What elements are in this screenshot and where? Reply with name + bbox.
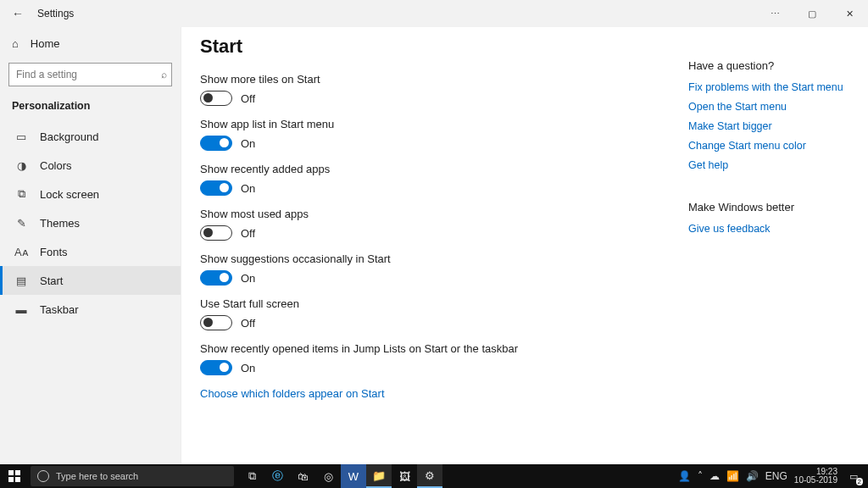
toggle-state: On — [241, 362, 255, 374]
home-icon: ⌂ — [12, 37, 19, 50]
help-link[interactable]: Get help — [688, 158, 849, 173]
action-center-button[interactable]: ▭ 2 — [844, 467, 863, 485]
clock-date: 10-05-2019 — [794, 476, 837, 485]
sidebar: ⌂ Home ⌕ Personalization ▭ Background ◑ … — [0, 27, 181, 464]
cortana-icon — [37, 470, 49, 482]
back-button[interactable]: ← — [10, 7, 25, 20]
setting-label: Show recently opened items in Jump Lists… — [200, 342, 675, 355]
brush-icon: ✎ — [14, 217, 28, 230]
clock[interactable]: 19:23 10-05-2019 — [794, 468, 837, 485]
sidebar-item-label: Start — [40, 274, 63, 287]
toggle-switch[interactable] — [200, 360, 232, 375]
sidebar-item-label: Background — [40, 130, 98, 143]
setting-label: Show recently added apps — [200, 163, 675, 175]
close-button[interactable]: ✕ — [831, 0, 868, 27]
svg-rect-1 — [15, 470, 20, 475]
font-icon: Aᴀ — [14, 246, 28, 258]
feedback-link[interactable]: Give us feedback — [688, 222, 849, 236]
setting-label: Show more tiles on Start — [200, 73, 675, 86]
toggle-switch[interactable] — [200, 270, 232, 286]
taskbar-app-chrome[interactable]: ◎ — [315, 464, 341, 488]
help-link[interactable]: Change Start menu color — [688, 139, 849, 153]
toggle-state: Off — [241, 92, 255, 105]
toggle-state: On — [241, 137, 255, 150]
palette-icon: ◑ — [14, 159, 28, 172]
right-column: Have a question? Fix problems with the S… — [688, 36, 849, 464]
help-link[interactable]: Fix problems with the Start menu — [688, 80, 849, 95]
window-title: Settings — [37, 8, 74, 19]
sidebar-item-label: Themes — [40, 217, 80, 230]
taskbar-app-settings[interactable]: ⚙ — [417, 464, 442, 488]
start-icon: ▤ — [14, 274, 28, 287]
more-button[interactable]: ⋯ — [756, 0, 793, 27]
sidebar-item-fonts[interactable]: Aᴀ Fonts — [0, 237, 181, 266]
sidebar-item-lockscreen[interactable]: ⧉ Lock screen — [0, 180, 181, 208]
language-indicator[interactable]: ENG — [765, 470, 787, 482]
choose-folders-link[interactable]: Choose which folders appear on Start — [200, 387, 675, 400]
toggle-switch[interactable] — [200, 315, 232, 330]
volume-icon[interactable]: 🔊 — [746, 470, 759, 482]
sidebar-item-start[interactable]: ▤ Start — [0, 266, 181, 295]
toggle-switch[interactable] — [200, 180, 232, 196]
lock-icon: ⧉ — [14, 187, 28, 201]
start-button[interactable] — [0, 464, 29, 488]
sidebar-item-label: Taskbar — [40, 303, 79, 316]
setting-label: Show app list in Start menu — [200, 118, 675, 130]
taskbar: Type here to search ⧉ ⓔ 🛍 ◎ W 📁 🖼 ⚙ 👤 ˄ … — [0, 464, 868, 488]
sidebar-item-colors[interactable]: ◑ Colors — [0, 151, 181, 180]
windows-icon — [8, 470, 20, 482]
sidebar-item-label: Colors — [40, 159, 72, 172]
taskbar-search[interactable]: Type here to search — [31, 466, 234, 486]
maximize-button[interactable]: ▢ — [793, 0, 831, 27]
onedrive-icon[interactable]: ☁ — [709, 470, 720, 482]
taskbar-app-word[interactable]: W — [341, 464, 366, 488]
taskbar-app-paint[interactable]: 🖼 — [392, 464, 417, 488]
sidebar-item-label: Fonts — [40, 246, 68, 258]
taskbar-search-placeholder: Type here to search — [56, 471, 138, 481]
setting-label: Use Start full screen — [200, 297, 675, 310]
toggle-state: On — [241, 272, 255, 285]
home-button[interactable]: ⌂ Home — [0, 29, 181, 58]
image-icon: ▭ — [14, 130, 28, 143]
network-icon[interactable]: 📶 — [726, 470, 739, 482]
toggle-switch[interactable] — [200, 136, 232, 151]
section-title: Personalization — [0, 95, 181, 122]
home-label: Home — [31, 37, 60, 50]
taskbar-app-explorer[interactable]: 📁 — [366, 464, 392, 488]
content: Start Show more tiles on StartOffShow ap… — [200, 36, 675, 464]
help-link[interactable]: Make Start bigger — [688, 119, 849, 134]
task-view-button[interactable]: ⧉ — [239, 464, 264, 488]
setting-label: Show most used apps — [200, 208, 675, 220]
sidebar-item-label: Lock screen — [40, 188, 99, 201]
people-icon[interactable]: 👤 — [678, 470, 691, 482]
sidebar-item-taskbar[interactable]: ▬ Taskbar — [0, 295, 181, 324]
svg-rect-3 — [15, 477, 20, 482]
sidebar-item-background[interactable]: ▭ Background — [0, 122, 181, 151]
setting-label: Show suggestions occasionally in Start — [200, 252, 675, 265]
svg-rect-0 — [8, 470, 14, 475]
toggle-state: On — [241, 182, 255, 195]
toggle-state: Off — [241, 317, 255, 330]
taskbar-app-store[interactable]: 🛍 — [290, 464, 315, 488]
page-title: Start — [200, 36, 675, 58]
toggle-switch[interactable] — [200, 225, 232, 241]
help-link[interactable]: Open the Start menu — [688, 100, 849, 114]
toggle-state: Off — [241, 227, 255, 240]
feedback-heading: Make Windows better — [688, 201, 849, 214]
toggle-switch[interactable] — [200, 91, 232, 106]
tray-expand-icon[interactable]: ˄ — [698, 470, 703, 482]
search-input[interactable] — [8, 63, 172, 86]
sidebar-item-themes[interactable]: ✎ Themes — [0, 208, 181, 237]
taskbar-icon: ▬ — [14, 303, 28, 316]
notification-badge: 2 — [856, 478, 863, 485]
question-heading: Have a question? — [688, 59, 849, 72]
svg-rect-2 — [8, 477, 14, 482]
taskbar-app-edge[interactable]: ⓔ — [264, 464, 290, 488]
